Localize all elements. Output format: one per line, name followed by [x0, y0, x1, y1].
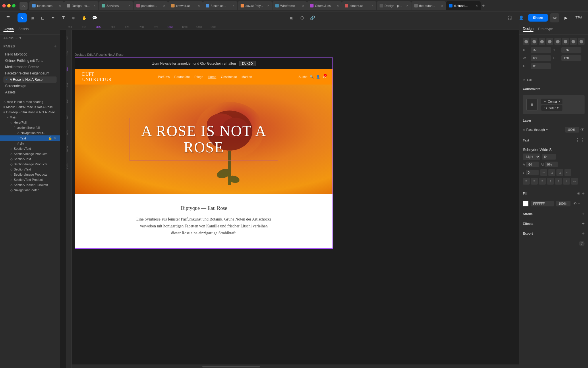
distribute-v-button[interactable]: ⬤	[578, 38, 585, 45]
panel-breadcrumb[interactable]: A Rose i... ▼	[0, 34, 60, 41]
avatar-icon[interactable]: 👤	[517, 13, 526, 22]
fill-options-button[interactable]: ···	[581, 77, 585, 83]
align-text-right-button[interactable]: ≡	[539, 178, 546, 185]
distribute-h-button[interactable]: ⬤	[570, 38, 577, 45]
layer-item[interactable]: ◇ rose-is-not-a-rose-sharing	[0, 99, 60, 104]
effects-add-button[interactable]: +	[582, 221, 585, 226]
fill-opacity-input[interactable]	[556, 201, 570, 206]
share-button[interactable]: Share	[528, 14, 548, 22]
help-button[interactable]: ?	[579, 241, 585, 246]
layer-item[interactable]: ◇ Section/Text Product	[0, 177, 60, 182]
align-text-bottom-button[interactable]: ↓	[563, 178, 570, 185]
fill-add-button[interactable]: +	[582, 191, 585, 196]
frame-tool-button[interactable]: ⊞	[28, 13, 37, 22]
browser-tab[interactable]: functn.com×	[29, 1, 64, 10]
browser-tab-active[interactable]: duftundi...×	[446, 1, 481, 10]
page-item[interactable]: Grüner Frühling mit Tortu	[3, 57, 57, 64]
resize-auto-width-button[interactable]: ↔	[540, 169, 547, 176]
layer-item[interactable]: ◇ Section/Image Products	[0, 162, 60, 167]
constraint-v-select[interactable]: ↕ Center ▾	[541, 105, 562, 111]
page-item[interactable]: Facettenreicher Feigenbaum	[3, 70, 57, 76]
design-tab[interactable]: Design	[523, 27, 533, 32]
browser-tab[interactable]: the-auton...×	[411, 1, 446, 10]
align-bottom-button[interactable]: ⬤	[562, 38, 569, 45]
opacity-input[interactable]	[565, 127, 579, 133]
layer-item[interactable]: ◇ Section/Image Products	[0, 151, 60, 156]
menu-button[interactable]: ☰	[3, 13, 13, 22]
layer-item[interactable]: # div	[0, 141, 60, 146]
font-size-input[interactable]	[542, 154, 556, 160]
new-tab-button[interactable]: +	[481, 2, 486, 9]
visibility-toggle-button[interactable]: 👁	[581, 127, 585, 132]
stroke-add-button[interactable]: +	[582, 211, 585, 216]
page-item[interactable]: Assets	[3, 89, 57, 95]
nav-link[interactable]: Home	[208, 75, 216, 78]
nav-link[interactable]: Raumdüfte	[174, 75, 190, 78]
layout-grid-button[interactable]: ⊞	[287, 13, 296, 22]
text-tool-button[interactable]: T	[59, 13, 68, 22]
horizontal-scrollbar[interactable]	[66, 365, 519, 368]
align-right-button[interactable]: ⬤	[539, 38, 545, 45]
font-weight-select[interactable]: Light	[523, 154, 540, 160]
layer-item[interactable]: ◇ Navigation/Notif...	[0, 130, 60, 135]
layer-item[interactable]: # Mobile Edit/A Rose is Not A Rose	[0, 104, 60, 110]
align-left-button[interactable]: ⬤	[523, 38, 529, 45]
browser-tab[interactable]: piment.at×	[342, 1, 376, 10]
width-input[interactable]	[531, 55, 551, 61]
cart-icon[interactable]: 🛍1	[322, 75, 326, 78]
fill-color-swatch[interactable]	[523, 201, 529, 206]
home-icon[interactable]: ⌂	[20, 2, 28, 10]
nav-link[interactable]: Parfüms	[158, 75, 170, 78]
letter-spacing-input[interactable]	[545, 162, 558, 167]
page-item[interactable]: Screendesign	[3, 83, 57, 89]
layer-item[interactable]: ◇ Navigation/Footer	[0, 187, 60, 193]
layers-tab[interactable]: Layers	[3, 27, 14, 32]
component-tool-button[interactable]: ⊕	[69, 13, 78, 22]
align-top-button[interactable]: ⬤	[546, 38, 553, 45]
browser-tab[interactable]: acv.at Poly...×	[238, 1, 272, 10]
browser-tab[interactable]: Services×	[99, 1, 133, 10]
y-input[interactable]	[561, 47, 581, 53]
blend-mode-select[interactable]: ◇ Pass through ▾	[523, 128, 548, 132]
rotation-input[interactable]	[531, 63, 551, 69]
text-more2-button[interactable]: ···	[571, 178, 578, 185]
text-more-button[interactable]: ⋯	[564, 169, 571, 176]
layer-item[interactable]: ◇ Section/Text	[0, 146, 60, 151]
nav-link[interactable]: Marken	[241, 75, 252, 78]
export-add-button[interactable]: +	[582, 231, 585, 236]
x-input[interactable]	[531, 47, 551, 53]
layer-item[interactable]: ◇ Section/Text	[0, 156, 60, 162]
align-text-left-button[interactable]: ≡	[523, 178, 530, 185]
page-item[interactable]: Hello Morocco	[3, 51, 57, 57]
browser-tab[interactable]: crownd.at×	[168, 1, 203, 10]
comment-tool-button[interactable]: 💬	[90, 13, 99, 22]
fill-style-button[interactable]: ⊞	[577, 191, 580, 196]
prototype-tab[interactable]: Prototype	[538, 27, 553, 32]
align-center-v-button[interactable]: ⬤	[554, 38, 561, 45]
browser-tab[interactable]: Design - fu...×	[64, 1, 98, 10]
browser-tab[interactable]: Design - pi...×	[377, 1, 411, 10]
align-text-top-button[interactable]: ↑	[547, 178, 554, 185]
layer-item[interactable]: # Desktop Edit/A Rose is Not A Rose	[0, 110, 60, 115]
pen-tool-button[interactable]: ✒	[49, 13, 58, 22]
tabs-more-icon[interactable]: ...	[582, 3, 586, 8]
layer-item[interactable]: ◇ Section/Teaser Fullwidth	[0, 182, 60, 187]
code-view-button[interactable]: </>	[550, 13, 559, 22]
nav-link[interactable]: Pflege	[194, 75, 203, 78]
minimize-button[interactable]	[7, 4, 11, 7]
page-item[interactable]: Mediterranean Breeze	[3, 64, 57, 70]
headphone-icon[interactable]: 🎧	[505, 13, 514, 22]
user-icon[interactable]: 👤	[316, 75, 320, 79]
resize-auto-height-button[interactable]: □	[556, 169, 563, 176]
layer-item[interactable]: ◇ Section/Image Products	[0, 172, 60, 177]
constraint-h-select[interactable]: ↔ Center ▾	[541, 99, 562, 104]
layer-item-active[interactable]: T Text 🔒 👁	[0, 135, 60, 141]
plugins-button[interactable]: ⬡	[297, 13, 307, 22]
play-button[interactable]: ▶	[562, 13, 571, 22]
layer-item[interactable]: ≡ Main	[0, 115, 60, 120]
design-frame[interactable]: Zum Newsletter anmelden und €5,- Gutsche…	[75, 57, 333, 249]
add-page-button[interactable]: +	[54, 44, 57, 49]
browser-tab[interactable]: pantarhei...×	[134, 1, 168, 10]
link-button[interactable]: 🔗	[308, 13, 317, 22]
height-input[interactable]	[561, 55, 581, 61]
